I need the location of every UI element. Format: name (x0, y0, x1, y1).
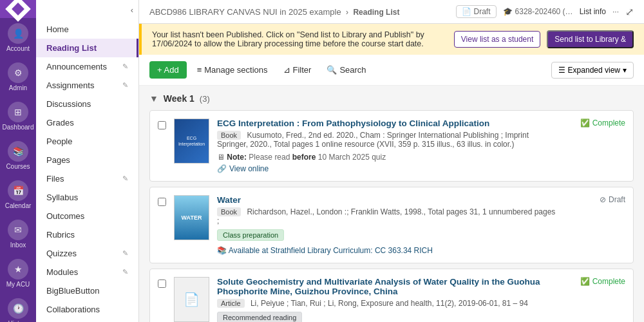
more-options-button[interactable]: ··· (612, 7, 619, 16)
item-checkbox-solute[interactable] (158, 279, 166, 288)
reading-items-list: ECGInterpretation ECG Interpretation : F… (149, 110, 634, 322)
manage-sections-button[interactable]: ≡ Manage sections (192, 62, 273, 78)
nav-icon-label-admin: Admin (9, 84, 27, 91)
nav-icon-myacu[interactable]: ★My ACU (0, 254, 36, 293)
logo-inner (12, 3, 24, 15)
nav-icon-account[interactable]: 👤Account (0, 18, 36, 57)
item-title-solute[interactable]: Solute Geochemistry and Multivariate Ana… (217, 277, 560, 296)
list-info-button[interactable]: List info (580, 7, 606, 16)
nav-icon-circle-account: 👤 (8, 23, 28, 44)
icon-navigation: 👤Account⚙Admin⊞Dashboard📚Courses📅Calenda… (0, 0, 36, 322)
sidebar-label-grades: Grades (46, 118, 74, 128)
nav-icon-label-inbox: Inbox (10, 242, 26, 249)
status-draft-water: ⊘ Draft (600, 195, 625, 204)
sidebar-item-people[interactable]: People (36, 132, 138, 151)
item-meta-solute: Article Li, Peiyue ; Tian, Rui ; Li, Ron… (217, 299, 560, 308)
nav-icon-courses[interactable]: 📚Courses (0, 136, 36, 175)
sidebar: ‹ HomeReading ListAnnouncements✎Assignme… (36, 0, 139, 322)
filter-button[interactable]: ⊿ Filter (278, 62, 317, 78)
sidebar-item-pages[interactable]: Pages (36, 151, 138, 169)
sidebar-item-bigbluebutton[interactable]: BigBlueButton (36, 281, 138, 300)
tag-solute: Recommended reading (217, 312, 302, 322)
sidebar-item-grades[interactable]: Grades (36, 113, 138, 132)
warning-banner: Your list hasn't been Published. Click o… (139, 24, 644, 55)
sidebar-item-outcomes[interactable]: Outcomes (36, 207, 138, 225)
sidebar-label-rubrics: Rubrics (46, 230, 75, 240)
breadcrumb-separator: › (346, 8, 350, 17)
item-availability-water: 📚 Available at Strathfield Library Curri… (217, 246, 560, 255)
sidebar-label-quizzes: Quizzes (46, 249, 77, 258)
sidebar-item-discussions[interactable]: Discussions (36, 95, 138, 113)
sidebar-item-modules[interactable]: Modules✎ (36, 263, 138, 281)
item-meta-ecg: Book Kusumoto, Fred., 2nd ed. 2020., Cha… (217, 131, 560, 149)
item-thumbnail-solute: 📄 (174, 277, 209, 322)
sidebar-item-assignments[interactable]: Assignments✎ (36, 76, 138, 95)
sidebar-item-reading-list[interactable]: Reading List (36, 39, 138, 57)
reading-item-ecg: ECGInterpretation ECG Interpretation : F… (149, 110, 634, 182)
nav-icon-label-calendar: Calendar (5, 202, 32, 209)
sidebar-label-people: People (46, 137, 72, 146)
course-code-badge: 🎓 6328-202460 (… (503, 7, 573, 16)
expanded-view-button[interactable]: ☰ Expanded view ▾ (551, 62, 634, 79)
nav-icon-circle-history: 🕐 (8, 298, 28, 319)
sidebar-item-syllabus[interactable]: Syllabus (36, 188, 138, 207)
expand-icon[interactable]: ⤢ (625, 6, 634, 18)
filter-icon: ⊿ (283, 65, 290, 75)
nav-icon-circle-dashboard: ⊞ (8, 102, 28, 122)
sidebar-item-rubrics[interactable]: Rubrics (36, 225, 138, 244)
item-checkbox-water[interactable] (158, 198, 166, 206)
nav-icon-circle-admin: ⚙ (8, 62, 28, 83)
send-library-button[interactable]: Send list to Library & (547, 30, 634, 48)
sidebar-collapse-button[interactable]: ‹ (36, 0, 138, 20)
item-details-ecg: ECG Interpretation : From Pathophysiolog… (217, 118, 560, 173)
warning-actions: View list as a student Send list to Libr… (454, 30, 634, 48)
item-title-ecg[interactable]: ECG Interpretation : From Pathophysiolog… (217, 118, 560, 128)
sidebar-label-bigbluebutton: BigBlueButton (46, 286, 99, 296)
item-link-ecg[interactable]: 🔗 View online (217, 164, 560, 173)
nav-icon-inbox[interactable]: ✉Inbox (0, 214, 36, 254)
sidebar-item-home[interactable]: Home (36, 20, 138, 39)
sidebar-label-announcements: Announcements (46, 62, 107, 71)
item-details-water: Water Book Richardson, Hazel., London :;… (217, 195, 560, 255)
week-title: Week 1 (164, 93, 194, 104)
week-toggle-button[interactable]: ▼ (149, 93, 158, 104)
status-complete-ecg: ✅ Complete (580, 118, 625, 128)
nav-icon-dashboard[interactable]: ⊞Dashboard (0, 97, 36, 136)
edit-icon-announcements: ✎ (122, 62, 128, 71)
item-thumbnail-water: WATER (174, 195, 209, 240)
manage-sections-label: Manage sections (204, 65, 267, 75)
breadcrumb: ABCD986 LIBRARY CANVAS NUI in 2025 examp… (149, 7, 399, 17)
header-meta: 📄 Draft 🎓 6328-202460 (… List info ··· ⤢ (456, 5, 634, 18)
sidebar-item-quizzes[interactable]: Quizzes✎ (36, 244, 138, 263)
sidebar-item-files[interactable]: Files✎ (36, 169, 138, 188)
toolbar-right: ☰ Expanded view ▾ (551, 62, 634, 79)
manage-sections-icon: ≡ (197, 65, 202, 75)
search-icon: 🔍 (327, 65, 337, 75)
view-student-button[interactable]: View list as a student (454, 31, 541, 48)
edit-icon-files: ✎ (122, 175, 128, 183)
sidebar-item-collaborations[interactable]: Collaborations (36, 300, 138, 319)
content-area: ▼ Week 1 (3) ECGInterpretation ECG Inter… (139, 86, 644, 322)
nav-icon-label-dashboard: Dashboard (3, 124, 34, 131)
toolbar: + Add ≡ Manage sections ⊿ Filter 🔍 Searc… (139, 55, 644, 86)
nav-icon-circle-myacu: ★ (8, 259, 28, 279)
breadcrumb-parent[interactable]: ABCD986 LIBRARY CANVAS NUI in 2025 examp… (149, 7, 341, 17)
book-cover-solute: 📄 (175, 278, 209, 321)
item-type-solute: Article (217, 299, 245, 308)
item-title-water[interactable]: Water (217, 195, 560, 205)
item-checkbox-ecg[interactable] (158, 121, 166, 129)
search-label: Search (339, 65, 366, 75)
search-button[interactable]: 🔍 Search (321, 62, 371, 78)
book-cover-water: WATER (175, 196, 209, 240)
item-tags-water: Class preparation (217, 229, 560, 243)
monitor-icon: 🖥 (217, 153, 225, 162)
tag-water: Class preparation (217, 229, 284, 241)
sidebar-item-item-banks[interactable]: Item Banks (36, 319, 138, 322)
add-button[interactable]: + Add (149, 61, 187, 79)
availability-link-water[interactable]: Available at Strathfield Library Curricu… (229, 246, 433, 255)
nav-icon-admin[interactable]: ⚙Admin (0, 57, 36, 97)
sidebar-item-announcements[interactable]: Announcements✎ (36, 57, 138, 76)
nav-icon-history[interactable]: 🕐History (0, 293, 36, 322)
edit-icon-modules: ✎ (122, 268, 128, 276)
nav-icon-calendar[interactable]: 📅Calendar (0, 175, 36, 214)
